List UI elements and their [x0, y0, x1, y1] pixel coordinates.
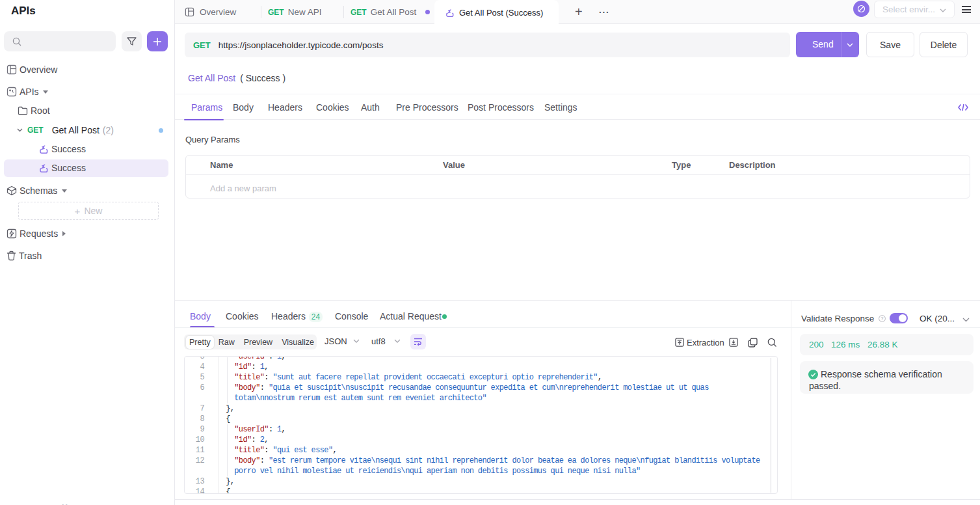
- svg-text:?: ?: [881, 316, 884, 321]
